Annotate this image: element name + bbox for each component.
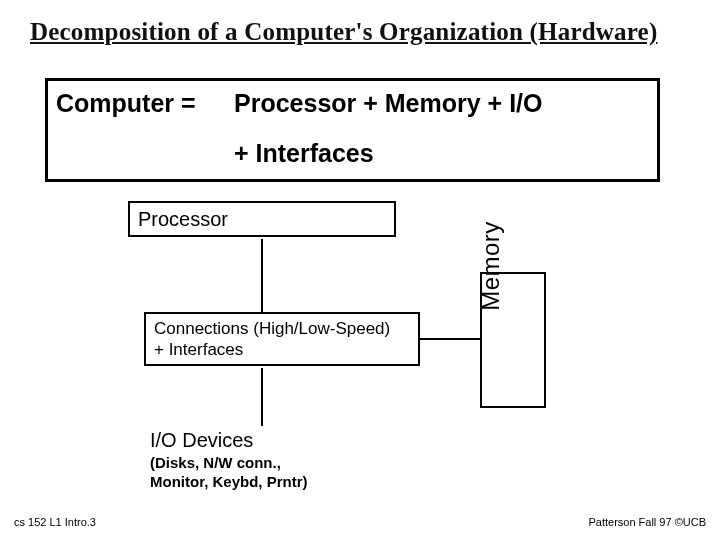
footer-right: Patterson Fall 97 ©UCB [588, 516, 706, 528]
equation-lhs: Computer = [56, 89, 196, 118]
processor-label: Processor [138, 208, 228, 231]
io-sub-line2: Monitor, Keybd, Prntr) [150, 473, 308, 492]
memory-label: Memory [477, 198, 505, 334]
equation-rhs-line2: + Interfaces [234, 139, 374, 168]
connector-line-bottom [261, 368, 263, 426]
equation-rhs-line1: Processor + Memory + I/O [234, 89, 542, 118]
connections-line2: + Interfaces [154, 339, 410, 360]
io-sub-line1: (Disks, N/W conn., [150, 454, 308, 473]
processor-box: Processor [128, 201, 396, 237]
footer-left: cs 152 L1 Intro.3 [14, 516, 96, 528]
io-devices-title: I/O Devices [150, 429, 253, 452]
connector-line-right [420, 338, 480, 340]
equation-box: Computer = Processor + Memory + I/O + In… [45, 78, 660, 182]
slide-title: Decomposition of a Computer's Organizati… [30, 18, 690, 46]
connections-box: Connections (High/Low-Speed) + Interface… [144, 312, 420, 366]
connections-line1: Connections (High/Low-Speed) [154, 318, 410, 339]
connector-line-top [261, 239, 263, 312]
io-devices-subtitle: (Disks, N/W conn., Monitor, Keybd, Prntr… [150, 454, 308, 492]
